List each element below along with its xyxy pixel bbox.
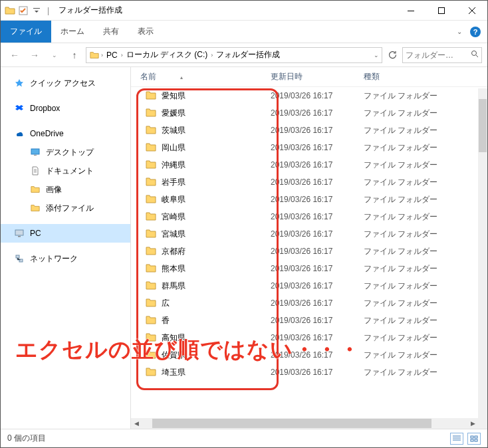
svg-rect-9 [16, 255, 19, 258]
nav-label: ネットワーク [30, 253, 78, 265]
qat-dropdown-icon[interactable] [31, 5, 42, 16]
file-type: ファイル フォルダー [364, 125, 487, 136]
svg-rect-13 [471, 439, 473, 441]
help-icon[interactable]: ? [470, 27, 481, 37]
table-row[interactable]: 広2019/03/26 16:17ファイル フォルダー [131, 294, 487, 312]
file-type: ファイル フォルダー [364, 298, 487, 309]
scroll-right-icon[interactable]: ▶ [467, 418, 478, 429]
search-icon[interactable] [471, 50, 479, 60]
file-type: ファイル フォルダー [364, 350, 487, 361]
nav-attachments[interactable]: 添付ファイル [1, 199, 130, 217]
file-name: 高知県 [162, 332, 185, 344]
nav-dropbox[interactable]: Dropbox [1, 99, 130, 118]
table-row[interactable]: 宮崎県2019/03/26 16:17ファイル フォルダー [131, 208, 487, 225]
nav-pictures[interactable]: 画像 [1, 180, 130, 199]
file-type: ファイル フォルダー [364, 332, 487, 344]
search-box[interactable] [402, 47, 482, 63]
file-name: 広 [162, 298, 170, 309]
nav-documents[interactable]: ドキュメント [1, 162, 130, 180]
file-date: 2019/03/26 16:17 [271, 333, 364, 342]
file-type: ファイル フォルダー [364, 367, 487, 378]
maximize-button[interactable] [426, 1, 457, 21]
file-type: ファイル フォルダー [364, 194, 487, 205]
title-bar: | フォルダー括作成 [1, 1, 487, 21]
nav-desktop[interactable]: デスクトップ [1, 143, 130, 162]
table-row[interactable]: 沖縄県2019/03/26 16:17ファイル フォルダー [131, 156, 487, 173]
tab-share[interactable]: 共有 [94, 21, 128, 43]
dropbox-icon [14, 103, 25, 114]
refresh-button[interactable] [385, 51, 400, 60]
expand-ribbon-icon[interactable]: ⌄ [457, 28, 462, 35]
chevron-right-icon[interactable]: › [121, 52, 123, 58]
nav-onedrive[interactable]: OneDrive [1, 124, 130, 143]
chevron-right-icon[interactable]: › [101, 52, 103, 58]
scrollbar-thumb[interactable] [152, 419, 431, 428]
vertical-scrollbar[interactable] [478, 88, 487, 429]
breadcrumb-pc[interactable]: PC [104, 51, 120, 60]
breadcrumb[interactable]: › PC › ローカル ディスク (C:) › フォルダー括作成 ⌄ [86, 47, 382, 63]
file-date: 2019/03/26 16:17 [271, 316, 364, 325]
forward-button[interactable]: → [26, 47, 43, 64]
view-large-button[interactable] [467, 433, 481, 445]
tab-home[interactable]: ホーム [51, 21, 94, 43]
table-row[interactable]: 埼玉県2019/03/26 16:17ファイル フォルダー [131, 364, 487, 381]
file-name: 沖縄県 [162, 160, 185, 171]
table-row[interactable]: 茨城県2019/03/26 16:17ファイル フォルダー [131, 122, 487, 139]
scroll-left-icon[interactable]: ◀ [131, 418, 142, 429]
table-row[interactable]: 岐阜県2019/03/26 16:17ファイル フォルダー [131, 191, 487, 208]
folder-icon [146, 194, 156, 205]
table-row[interactable]: 岩手県2019/03/26 16:17ファイル フォルダー [131, 173, 487, 191]
file-date: 2019/03/26 16:17 [271, 247, 364, 256]
file-date: 2019/03/26 16:17 [271, 368, 364, 377]
minimize-button[interactable] [396, 1, 426, 21]
svg-rect-7 [15, 230, 23, 235]
horizontal-scrollbar[interactable]: ◀ ▶ [131, 418, 478, 429]
table-row[interactable]: 愛媛県2019/03/26 16:17ファイル フォルダー [131, 104, 487, 122]
table-row[interactable]: 愛知県2019/03/26 16:17ファイル フォルダー [131, 87, 487, 104]
nav-pc[interactable]: PC [1, 224, 130, 243]
folder-icon [146, 263, 156, 275]
folder-icon [146, 108, 156, 119]
tab-view[interactable]: 表示 [128, 21, 163, 43]
table-row[interactable]: 熊本県2019/03/26 16:17ファイル フォルダー [131, 260, 487, 277]
table-row[interactable]: 群馬県2019/03/26 16:17ファイル フォルダー [131, 277, 487, 294]
table-row[interactable]: 京都府2019/03/26 16:17ファイル フォルダー [131, 243, 487, 260]
breadcrumb-folder[interactable]: フォルダー括作成 [214, 49, 282, 60]
svg-rect-3 [439, 7, 445, 13]
nav-label: 画像 [46, 184, 62, 195]
file-date: 2019/03/26 16:17 [271, 126, 364, 135]
table-row[interactable]: 宮城県2019/03/26 16:17ファイル フォルダー [131, 225, 487, 243]
col-name[interactable]: 名前▴ [131, 71, 271, 82]
file-name: 佐賀県 [162, 350, 185, 361]
tab-file[interactable]: ファイル [1, 21, 51, 43]
nav-network[interactable]: ネットワーク [1, 249, 130, 268]
view-details-button[interactable] [450, 433, 463, 445]
folder-icon [146, 280, 156, 292]
file-type: ファイル フォルダー [364, 280, 487, 292]
file-date: 2019/03/26 16:17 [271, 350, 364, 360]
search-input[interactable] [406, 51, 459, 60]
nav-quick-access[interactable]: クイック アクセス [1, 74, 130, 92]
table-row[interactable]: 佐賀県2019/03/26 16:17ファイル フォルダー [131, 346, 487, 364]
file-type: ファイル フォルダー [364, 229, 487, 240]
up-button[interactable]: ↑ [66, 47, 83, 64]
chevron-right-icon[interactable]: › [211, 52, 213, 58]
back-button[interactable]: ← [6, 47, 23, 64]
table-row[interactable]: 高知県2019/03/26 16:17ファイル フォルダー [131, 329, 487, 346]
table-row[interactable]: 香2019/03/26 16:17ファイル フォルダー [131, 312, 487, 329]
scrollbar-thumb[interactable] [479, 99, 487, 152]
sort-indicator-icon: ▴ [180, 74, 183, 80]
file-name: 岐阜県 [162, 194, 185, 205]
chevron-down-icon[interactable]: ⌄ [374, 52, 379, 58]
folder-icon [146, 177, 156, 188]
table-row[interactable]: 岡山県2019/03/26 16:17ファイル フォルダー [131, 139, 487, 156]
col-type[interactable]: 種類 [364, 71, 487, 82]
col-date[interactable]: 更新日時 [271, 71, 364, 82]
properties-icon[interactable] [18, 5, 29, 16]
svg-rect-12 [475, 436, 477, 438]
breadcrumb-drive[interactable]: ローカル ディスク (C:) [124, 49, 210, 60]
recent-dropdown-icon[interactable]: ⌄ [46, 47, 63, 64]
close-button[interactable] [457, 1, 487, 21]
svg-rect-5 [31, 149, 39, 154]
navigation-pane: クイック アクセス Dropbox OneDrive デスクトップ ドキュメント… [1, 67, 131, 429]
